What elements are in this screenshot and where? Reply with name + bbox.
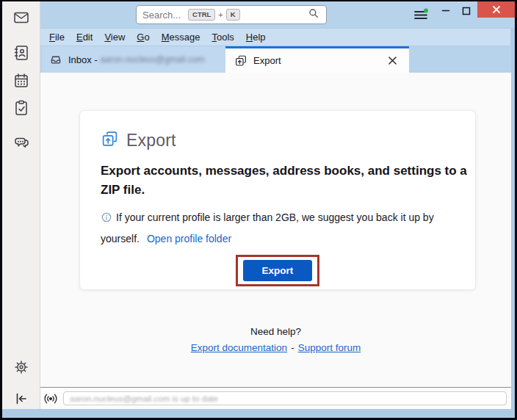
thunderbird-window: Search... CTRL + K File (2, 1, 515, 418)
plus-separator: + (218, 10, 223, 19)
help-block: Need help? Export documentation-Support … (40, 326, 511, 353)
close-button[interactable] (477, 1, 515, 18)
menu-view[interactable]: View (98, 29, 131, 45)
address-book-icon[interactable] (12, 44, 30, 62)
tab-export[interactable]: Export (225, 46, 409, 73)
search-placeholder: Search... (142, 10, 181, 21)
k-keycap: K (226, 9, 240, 20)
ctrl-keycap: CTRL (188, 9, 215, 20)
tab-close-icon[interactable] (385, 54, 400, 67)
spaces-toolbar (2, 1, 40, 409)
global-search-input[interactable]: Search... CTRL + K (136, 5, 327, 24)
app-menu-icon[interactable] (412, 7, 430, 23)
export-button[interactable]: Export (243, 260, 313, 281)
menu-edit[interactable]: Edit (70, 29, 98, 45)
status-bar: aaron.nucleus@gmail.com is up to date (40, 387, 511, 409)
export-tab-icon (234, 54, 247, 68)
export-info-line: If your current profile is larger than 2… (101, 208, 462, 249)
export-panel-icon (101, 130, 119, 151)
tab-inbox[interactable]: Inbox - aaron.nucleus@gmail.com (42, 46, 225, 73)
settings-gear-icon[interactable] (12, 358, 30, 376)
tab-inbox-email-redacted: aaron.nucleus@gmail.com (100, 54, 204, 65)
maximize-button[interactable] (458, 4, 475, 18)
tab-bar: Inbox - aaron.nucleus@gmail.com Export (40, 46, 511, 73)
tab-inbox-label: Inbox - (68, 54, 98, 65)
export-panel: Export Export accounts, messages, addres… (79, 110, 476, 290)
broadcast-status-icon (43, 391, 59, 407)
menu-bar: File Edit View Go Message Tools Help (40, 28, 511, 46)
tab-export-label: Export (253, 55, 281, 66)
collapse-sidebar-icon[interactable] (12, 390, 30, 408)
menu-tools[interactable]: Tools (206, 29, 239, 45)
export-description: Export accounts, messages, address books… (101, 162, 468, 200)
export-panel-header: Export (101, 130, 455, 151)
need-help-heading: Need help? (40, 326, 511, 337)
mail-icon[interactable] (12, 9, 30, 26)
export-tab-content: Export Export accounts, messages, addres… (40, 73, 511, 387)
inbox-tray-icon (49, 53, 62, 66)
export-documentation-link[interactable]: Export documentation (191, 342, 287, 353)
info-icon (101, 210, 112, 230)
calendar-icon[interactable] (12, 72, 30, 90)
export-panel-title: Export (126, 131, 176, 151)
menu-message[interactable]: Message (156, 29, 206, 45)
support-forum-link[interactable]: Support forum (298, 342, 361, 353)
menu-file[interactable]: File (43, 29, 70, 45)
minimize-button[interactable] (437, 3, 455, 18)
menu-help[interactable]: Help (240, 29, 272, 45)
menu-go[interactable]: Go (131, 29, 155, 45)
links-separator: - (291, 342, 294, 353)
chat-icon[interactable] (12, 134, 30, 151)
status-message-field: aaron.nucleus@gmail.com is up to date (63, 391, 507, 405)
open-profile-folder-link[interactable]: Open profile folder (147, 233, 231, 245)
red-annotation-box: Export (236, 255, 320, 286)
search-icon (307, 7, 320, 23)
tasks-icon[interactable] (12, 99, 30, 117)
help-links-row: Export documentation-Support forum (40, 342, 511, 353)
title-bar: Search... CTRL + K (40, 1, 515, 28)
status-message-redacted: aaron.nucleus@gmail.com is up to date (70, 394, 218, 403)
screenshot-root: Search... CTRL + K File (0, 0, 517, 420)
export-button-row: Export (101, 255, 455, 286)
